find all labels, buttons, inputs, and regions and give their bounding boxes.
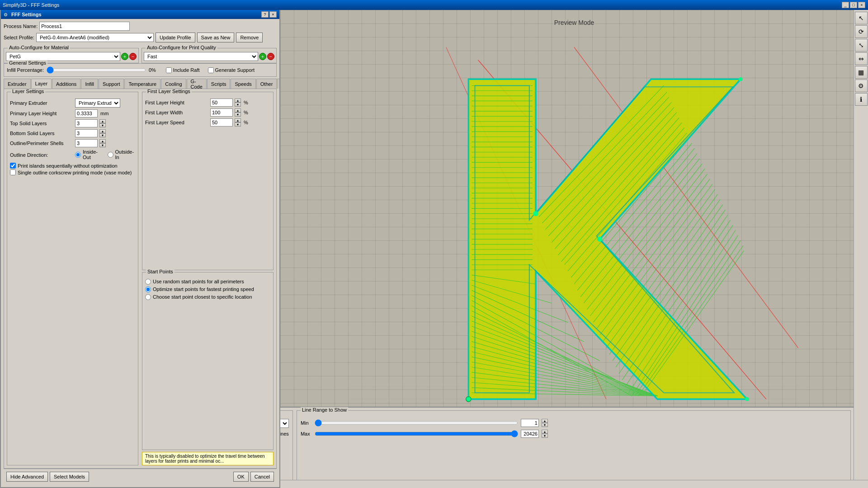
generate-support-checkbox[interactable]: [208, 67, 214, 73]
fh-up[interactable]: ▲: [235, 99, 241, 103]
material-dropdown[interactable]: PetG: [6, 52, 120, 61]
tab-cooling[interactable]: Cooling: [161, 79, 186, 89]
first-layer-height-input[interactable]: [210, 99, 233, 107]
select-models-btn[interactable]: Select Models: [50, 472, 89, 482]
optimize-start-label: Optimize start points for fastest printi…: [153, 286, 254, 292]
bottom-solid-layers-label: Bottom Solid Layers: [10, 131, 73, 136]
tab-support[interactable]: Support: [99, 79, 124, 89]
quality-dropdown[interactable]: Fast: [144, 52, 258, 61]
layer-settings-panel: Layer Settings Primary Extruder Primary …: [7, 92, 138, 465]
select-profile-dropdown[interactable]: PetG-0.4mm-AnetA6 (modified): [36, 33, 154, 42]
tab-other[interactable]: Other: [256, 79, 277, 89]
dialog-title-controls: ? ×: [261, 11, 277, 18]
inside-out-radio[interactable]: [75, 152, 81, 158]
title-bar-controls: _ □ ×: [842, 2, 865, 8]
process-name-label: Process Name:: [4, 23, 38, 29]
app-window: Simplify3D - FFF Settings _ □ × ⚙ FFF Se…: [0, 0, 868, 488]
max-down[interactable]: ▼: [542, 434, 548, 438]
top-solid-layers-up[interactable]: ▲: [99, 119, 106, 123]
top-solid-layers-down[interactable]: ▼: [99, 123, 106, 127]
cursor-tool-btn[interactable]: ↖: [855, 12, 868, 24]
tab-gcode[interactable]: G-Code: [187, 79, 207, 89]
bottom-solid-layers-up[interactable]: ▲: [99, 129, 106, 133]
top-solid-layers-spinner: ▲ ▼: [99, 119, 106, 127]
tab-additions[interactable]: Additions: [52, 79, 80, 89]
dialog-bottom-buttons: Hide Advanced Select Models OK Cancel: [4, 469, 277, 484]
include-raft-label: Include Raft: [166, 67, 200, 73]
viewport[interactable]: Preview Mode: [280, 10, 868, 407]
line-range-title: Line Range to Show: [301, 407, 348, 413]
fs-down[interactable]: ▼: [235, 122, 241, 127]
tab-extruder[interactable]: Extruder: [4, 79, 31, 89]
outside-in-radio[interactable]: [108, 152, 113, 158]
remove-btn[interactable]: Remove: [236, 33, 263, 42]
max-input[interactable]: [521, 430, 539, 438]
min-input[interactable]: [521, 419, 539, 427]
outline-perimeter-input[interactable]: [75, 139, 98, 147]
fh-down[interactable]: ▼: [235, 103, 241, 107]
min-slider[interactable]: [315, 419, 518, 427]
first-layer-width-input[interactable]: [210, 108, 233, 117]
fw-up[interactable]: ▲: [235, 108, 241, 113]
info-tool-btn[interactable]: ℹ: [855, 93, 868, 106]
bottom-solid-layers-down[interactable]: ▼: [99, 133, 106, 137]
first-layer-speed-spinner: ▲ ▼: [235, 118, 241, 127]
optimize-start-radio[interactable]: [145, 286, 151, 292]
outline-perimeter-down[interactable]: ▼: [99, 143, 106, 147]
maximize-btn[interactable]: □: [850, 2, 857, 8]
rotate-tool-btn[interactable]: ⟳: [855, 25, 868, 38]
arrange-tool-btn[interactable]: ▦: [855, 66, 868, 79]
include-raft-checkbox[interactable]: [166, 67, 172, 73]
outline-direction-label: Outline Direction:: [10, 152, 73, 158]
tab-temperature[interactable]: Temperature: [124, 79, 160, 89]
quality-remove-btn[interactable]: −: [267, 53, 274, 60]
hide-advanced-btn[interactable]: Hide Advanced: [6, 472, 48, 482]
close-btn[interactable]: ×: [858, 2, 865, 8]
primary-extruder-select[interactable]: Primary Extruder: [75, 99, 120, 108]
max-label: Max: [301, 431, 312, 436]
max-slider[interactable]: [315, 430, 518, 437]
material-remove-btn[interactable]: −: [129, 53, 137, 60]
update-profile-btn[interactable]: Update Profile: [156, 33, 195, 42]
print-islands-label: Print islands sequentially without optim…: [18, 163, 118, 169]
save-as-new-btn[interactable]: Save as New: [197, 33, 235, 42]
max-up[interactable]: ▲: [542, 430, 548, 434]
layer-height-input[interactable]: [75, 109, 98, 117]
infill-value: 0%: [149, 67, 156, 73]
tab-speeds[interactable]: Speeds: [231, 79, 255, 89]
scale-tool-btn[interactable]: ⤡: [855, 39, 868, 52]
tab-layer[interactable]: Layer: [31, 79, 52, 89]
cancel-btn[interactable]: Cancel: [250, 472, 274, 482]
svg-point-103: [597, 237, 602, 242]
tab-scripts[interactable]: Scripts: [207, 79, 231, 89]
dialog-close-btn[interactable]: ×: [269, 11, 277, 18]
minimize-btn[interactable]: _: [842, 2, 849, 8]
first-layer-speed-input[interactable]: [210, 118, 233, 127]
process-name-input[interactable]: [39, 22, 130, 31]
bottom-solid-layers-input[interactable]: [75, 129, 98, 137]
random-start-radio[interactable]: [145, 279, 151, 285]
random-start-row: Use random start points for all perimete…: [145, 279, 270, 285]
svg-point-99: [466, 397, 471, 402]
outline-perimeter-up[interactable]: ▲: [99, 139, 106, 143]
ok-btn[interactable]: OK: [233, 472, 249, 482]
top-solid-layers-input[interactable]: [75, 119, 98, 127]
tab-infill[interactable]: Infill: [81, 79, 98, 89]
fs-up[interactable]: ▲: [235, 118, 241, 122]
infill-slider[interactable]: [47, 66, 146, 74]
quality-add-btn[interactable]: +: [259, 53, 266, 60]
mirror-tool-btn[interactable]: ⇔: [855, 52, 868, 65]
min-up[interactable]: ▲: [542, 419, 548, 423]
tab-advanced[interactable]: Advanced: [277, 79, 279, 89]
settings-tool-btn[interactable]: ⚙: [855, 80, 868, 92]
layer-settings-column: Layer Settings Primary Extruder Primary …: [7, 92, 138, 465]
min-down[interactable]: ▼: [542, 423, 548, 427]
process-name-row: Process Name:: [4, 22, 277, 31]
single-outline-checkbox[interactable]: [10, 169, 16, 175]
fw-down[interactable]: ▼: [235, 113, 241, 117]
material-add-btn[interactable]: +: [121, 53, 128, 60]
dialog-help-btn[interactable]: ?: [261, 11, 269, 18]
outline-perimeter-row: Outline/Perimeter Shells ▲ ▼: [10, 139, 135, 147]
print-islands-checkbox[interactable]: [10, 163, 16, 169]
closest-start-radio[interactable]: [145, 294, 151, 300]
